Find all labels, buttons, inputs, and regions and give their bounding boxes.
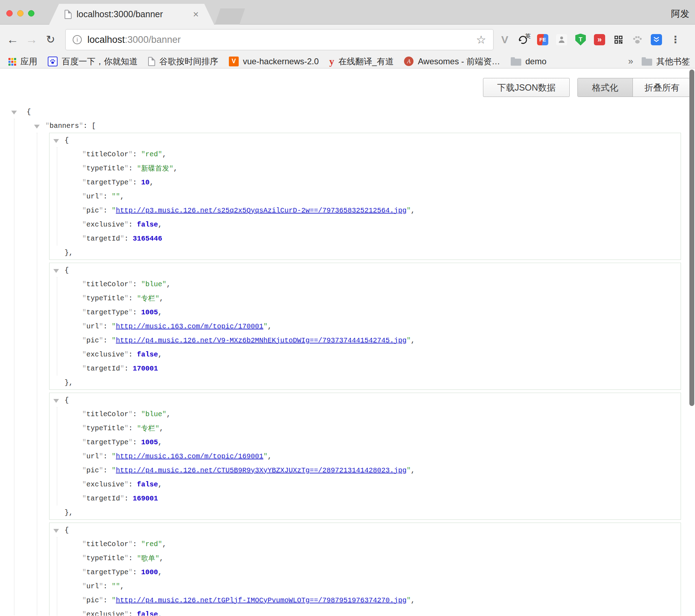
json-value: 新碟首发 <box>137 164 173 173</box>
json-key: banners <box>45 122 83 130</box>
json-key: pic <box>82 207 103 215</box>
bookmark-label: 百度一下，你就知道 <box>62 56 138 67</box>
maximize-window-button[interactable] <box>28 10 34 17</box>
blue-check-icon[interactable] <box>649 33 663 47</box>
profile-name[interactable]: 阿发 <box>671 8 689 20</box>
json-value: 10 <box>141 178 150 186</box>
forward-button[interactable]: → <box>22 25 41 54</box>
json-key: pic <box>82 596 103 604</box>
tab-close-icon[interactable]: × <box>193 9 199 19</box>
json-key: typeTitle <box>82 164 128 172</box>
red-forward-icon[interactable]: » <box>593 33 607 47</box>
json-root-line <box>11 105 695 119</box>
open-brace <box>65 136 69 144</box>
json-line-targetId: targetId3165446 <box>57 231 681 245</box>
json-line-url: urlhttp://music.163.com/m/topic/169001 <box>57 449 681 463</box>
json-key: targetType <box>82 568 133 576</box>
bookmark-baidu[interactable]: 百度一下，你就知道 <box>48 56 138 67</box>
bookmark-label: Awesomes - 前端资… <box>418 56 500 67</box>
pic-url-link[interactable]: http://p4.music.126.net/CTU5B9R9y3XyYBZX… <box>116 466 406 474</box>
json-value: 169001 <box>133 494 158 503</box>
json-line-typeTitle: typeTitle专栏 <box>57 421 681 435</box>
bookmark-youdao-translate[interactable]: y 在线翻译_有道 <box>329 56 393 67</box>
close-brace <box>49 245 681 260</box>
json-key: targetType <box>82 308 133 316</box>
collapse-triangle-icon[interactable] <box>53 529 59 533</box>
new-tab-button[interactable] <box>215 8 245 25</box>
reload-button[interactable]: ↻ <box>41 25 60 54</box>
pic-url-link[interactable]: http://p4.music.126.net/V9-MXz6b2MNhEKju… <box>116 336 406 345</box>
bookmark-awesomes[interactable]: A Awesomes - 前端资… <box>404 56 500 67</box>
json-value <box>112 192 120 201</box>
pic-url-link[interactable]: http://p4.music.126.net/tGPljf-IMOCyPvum… <box>116 596 406 604</box>
json-key: targetType <box>82 178 133 186</box>
bookmarks-overflow-icon[interactable]: » <box>628 56 633 67</box>
collapse-triangle-icon[interactable] <box>11 111 17 114</box>
paw-icon[interactable] <box>630 33 644 47</box>
json-key: targetId <box>82 235 124 243</box>
minimize-window-button[interactable] <box>17 10 24 17</box>
bookmark-star-icon[interactable]: ☆ <box>476 34 486 45</box>
back-button[interactable]: ← <box>4 25 22 54</box>
youdao-icon: y <box>329 57 334 66</box>
browser-menu-icon[interactable]: ⋮ <box>668 33 682 47</box>
json-value <box>112 582 120 590</box>
bookmarks-right: » 其他书签 <box>628 56 690 67</box>
json-line-targetType: targetType1005 <box>57 435 681 449</box>
json-key: exclusive <box>82 350 128 359</box>
json-line-typeTitle: typeTitle专栏 <box>57 291 681 305</box>
page-icon <box>148 57 155 66</box>
close-window-button[interactable] <box>6 10 13 17</box>
json-key: url <box>82 452 103 460</box>
collapse-triangle-icon[interactable] <box>53 139 59 143</box>
bookmark-apps[interactable]: 应用 <box>8 56 37 67</box>
sitemap-person-icon[interactable] <box>555 33 569 47</box>
scrollbar-thumb[interactable] <box>689 70 694 406</box>
json-line-targetType: targetType1005 <box>57 305 681 319</box>
qr-code-icon[interactable] <box>611 33 626 47</box>
json-line-exclusive: exclusivefalse <box>57 217 681 231</box>
url-host: localhost <box>87 34 125 45</box>
tab-title: localhost:3000/banner <box>77 9 163 19</box>
json-key: url <box>82 582 103 590</box>
folder-icon <box>642 59 652 66</box>
collapse-triangle-icon[interactable] <box>53 269 59 273</box>
address-bar[interactable]: i localhost:3000/banner ☆ <box>65 29 494 50</box>
collapse-triangle-icon[interactable] <box>53 399 59 403</box>
bookmarks-bar: 应用 百度一下，你就知道 谷歌按时间排序 V vue-hackernews-2.… <box>0 54 695 68</box>
json-value: 专栏 <box>137 294 159 303</box>
page-favicon-icon <box>65 10 72 19</box>
topic-url-link[interactable]: http://music.163.com/m/topic/170001 <box>116 322 263 330</box>
download-json-button[interactable]: 下载JSON数据 <box>483 78 570 97</box>
pic-url-link[interactable]: http://p3.music.126.net/s25q2x5QyqsAzilC… <box>116 207 406 215</box>
green-shield-icon[interactable]: T <box>574 33 588 47</box>
json-line-url: url <box>57 579 681 593</box>
open-brace <box>27 108 31 116</box>
site-info-icon[interactable]: i <box>73 35 82 44</box>
json-key: exclusive <box>82 221 128 229</box>
format-button[interactable]: 格式化 <box>578 78 633 97</box>
bookmark-vue-hackernews[interactable]: V vue-hackernews-2.0 <box>229 57 319 66</box>
url-path: :3000/banner <box>125 34 181 45</box>
bookmark-demo-folder[interactable]: demo <box>511 57 547 66</box>
browser-tab[interactable]: localhost:3000/banner × <box>49 4 214 25</box>
json-value: 歌单 <box>137 553 159 563</box>
vue-devtools-icon[interactable]: V <box>498 33 512 47</box>
close-brace <box>49 505 681 519</box>
banner-object-box: titleColorblue typeTitle专栏 targetType100… <box>49 263 681 390</box>
topic-url-link[interactable]: http://music.163.com/m/topic/169001 <box>116 452 263 460</box>
banner-object-box: titleColorblue typeTitle专栏 targetType100… <box>49 393 681 520</box>
other-bookmarks-folder[interactable]: 其他书签 <box>642 56 690 67</box>
json-value: 3165446 <box>133 235 162 243</box>
banner-object-box: titleColorred typeTitle歌单 targetType1000… <box>49 523 681 616</box>
json-line-targetId: targetId169001 <box>57 491 681 505</box>
open-brace <box>65 526 69 534</box>
fe-helper-icon[interactable]: FE <box>536 33 550 47</box>
translate-icon[interactable]: 英 <box>517 33 531 47</box>
collapse-all-button[interactable]: 折叠所有 <box>633 78 691 97</box>
collapse-triangle-icon[interactable] <box>34 125 40 129</box>
json-line-typeTitle: typeTitle歌单 <box>57 551 681 565</box>
json-line-exclusive: exclusivefalse <box>57 607 681 616</box>
bookmark-google-sort[interactable]: 谷歌按时间排序 <box>148 56 218 67</box>
json-key: pic <box>82 336 103 345</box>
